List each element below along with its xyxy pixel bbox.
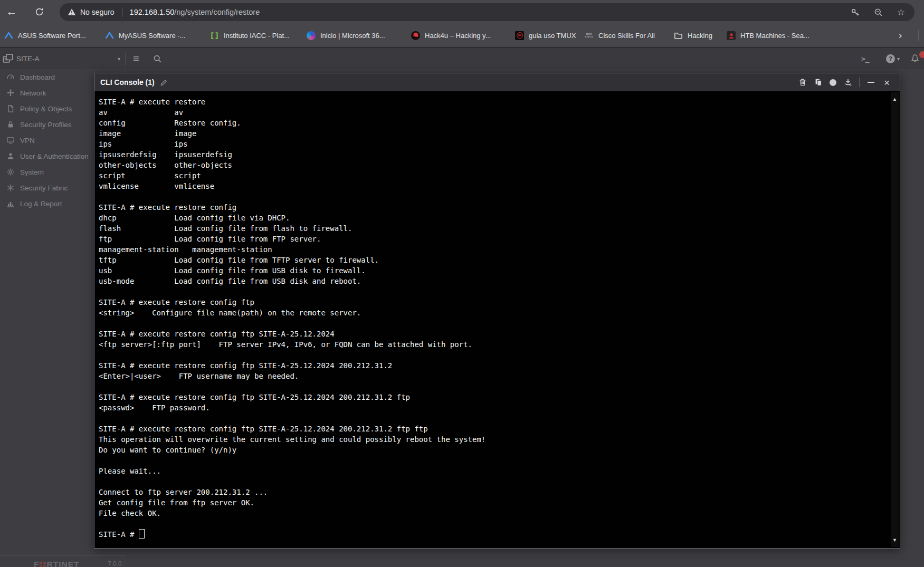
- panes-icon: [3, 53, 13, 64]
- bookmark-htb-machines[interactable]: HTB Machines - Sea...: [727, 24, 809, 47]
- edit-pencil-icon[interactable]: [160, 79, 168, 87]
- password-key-icon[interactable]: [851, 8, 860, 17]
- collapse-menu-button[interactable]: ≡: [133, 48, 139, 69]
- hamburger-icon: ≡: [133, 53, 139, 65]
- not-secure-warning-icon: [68, 8, 76, 16]
- back-button[interactable]: ←: [3, 3, 20, 20]
- sidebar-footer-divider: [0, 555, 125, 556]
- close-button[interactable]: ×: [882, 78, 891, 87]
- chevron-down-icon: ▾: [897, 56, 900, 62]
- tmux-guide-icon: NK: [515, 31, 524, 40]
- fabric-icon: [6, 184, 15, 192]
- search-button[interactable]: [153, 48, 162, 69]
- console-title: CLI Console (1): [100, 78, 155, 87]
- firmware-version: 7.0.0: [108, 560, 122, 567]
- bookmark-asus-portal[interactable]: ASUS Software Port...: [4, 24, 86, 47]
- help-icon: ?: [886, 54, 895, 63]
- favorite-star-icon[interactable]: ☆: [897, 7, 905, 18]
- lock-icon: [6, 120, 15, 129]
- notification-badge: [919, 51, 924, 58]
- microsoft365-icon: [307, 31, 316, 40]
- scroll-up-arrow[interactable]: ▲: [891, 97, 899, 102]
- cli-console-button[interactable]: >_: [861, 48, 870, 69]
- bookmarks-overflow-chevron[interactable]: ›: [899, 24, 902, 47]
- browser-toolbar: ← No seguro 192.168.1.50 /ng/system/conf…: [0, 0, 924, 24]
- scroll-down-arrow[interactable]: ▼: [891, 537, 899, 543]
- record-button[interactable]: [830, 79, 836, 86]
- trash-icon: [798, 78, 807, 87]
- help-button[interactable]: ? ▾: [886, 48, 900, 69]
- bookmark-label: Inicio | Microsoft 36...: [320, 32, 385, 40]
- document-icon: [6, 104, 15, 113]
- hostname-caret[interactable]: ▾: [116, 48, 120, 69]
- reload-button[interactable]: [31, 3, 47, 20]
- device-menu[interactable]: SITE-A: [3, 48, 40, 69]
- copy-button[interactable]: [814, 78, 823, 87]
- folder-icon: [674, 31, 683, 40]
- bookmark-hack4u[interactable]: Hack4u – Hacking y...: [411, 24, 491, 47]
- bookmark-label: Hacking: [688, 32, 712, 40]
- bookmark-label: MyASUS Software -...: [119, 32, 185, 40]
- url-separator: [122, 7, 122, 17]
- copy-icon: [814, 78, 823, 87]
- clear-console-button[interactable]: [798, 78, 807, 87]
- url-bar[interactable]: No seguro 192.168.1.50 /ng/system/config…: [60, 3, 915, 21]
- screen: ← No seguro 192.168.1.50 /ng/system/conf…: [0, 0, 924, 567]
- htb-avatar-icon: [727, 31, 736, 40]
- zoom-out-icon[interactable]: [874, 8, 883, 17]
- bookmark-label: Hack4u – Hacking y...: [425, 32, 491, 40]
- url-host[interactable]: 192.168.1.50: [130, 8, 175, 16]
- bell-icon: [910, 54, 920, 63]
- bookmark-microsoft365[interactable]: Inicio | Microsoft 36...: [307, 24, 385, 47]
- fortinet-logo: FRTINET: [34, 560, 79, 567]
- cli-console-icon: >_: [861, 55, 870, 63]
- console-titlebar[interactable]: CLI Console (1): [94, 73, 900, 91]
- bar-chart-icon: [6, 199, 15, 208]
- download-log-button[interactable]: [843, 78, 852, 87]
- bookmark-cisco-skills[interactable]: ılıılı cisco Cisco Skills For All: [585, 24, 655, 47]
- chevron-down-icon: ▾: [118, 56, 120, 62]
- bookmark-label: guia uso TMUX: [529, 32, 576, 40]
- iacc-brackets-icon: [210, 31, 219, 40]
- bookmark-myasus[interactable]: MyASUS Software -...: [105, 24, 185, 47]
- titlebar-separator: [859, 78, 860, 87]
- search-icon: [153, 54, 162, 63]
- bookmarks-bar: ASUS Software Port... MyASUS Software -.…: [0, 24, 924, 47]
- minimize-button[interactable]: [866, 78, 875, 87]
- minimize-icon: [868, 82, 874, 83]
- bookmark-folder-hacking[interactable]: Hacking: [674, 24, 712, 47]
- fortigate-navbar: SITE-A ▾ ≡ >_ ? ▾: [0, 47, 924, 69]
- cli-console-window: CLI Console (1): [94, 73, 900, 549]
- bookmark-iacc[interactable]: Instituto IACC - Plat...: [210, 24, 290, 47]
- terminal-text: SITE-A # execute restore av av config Re…: [94, 91, 900, 540]
- cisco-icon: ılıılı cisco: [585, 31, 594, 40]
- bookmark-tmux-guide[interactable]: NK guia uso TMUX: [515, 24, 576, 47]
- back-icon: ←: [6, 5, 17, 18]
- gauge-icon: [6, 73, 15, 81]
- asus-icon: [105, 31, 114, 40]
- user-icon: [6, 152, 15, 160]
- hack4u-hood-icon: [411, 31, 420, 40]
- move-arrows-icon: [6, 89, 15, 97]
- navbar-separator: [125, 52, 126, 65]
- notifications-button[interactable]: [910, 48, 920, 69]
- hostname-label: SITE-A: [16, 55, 40, 63]
- bookmark-label: Instituto IACC - Plat...: [224, 32, 290, 40]
- monitor-icon: [6, 136, 15, 145]
- gear-icon: [6, 168, 15, 176]
- url-path[interactable]: /ng/system/config/restore: [174, 8, 260, 16]
- fortinet-grid-glyph: [40, 562, 46, 567]
- bookmark-label: HTB Machines - Sea...: [740, 32, 809, 40]
- bookmark-label: ASUS Software Port...: [18, 32, 86, 40]
- download-icon: [844, 78, 852, 87]
- terminal-cursor: [139, 529, 145, 539]
- terminal-output[interactable]: SITE-A # execute restore av av config Re…: [94, 91, 900, 548]
- terminal-scrollbar[interactable]: ▲ ▼: [891, 92, 899, 547]
- asus-icon: [4, 31, 13, 40]
- reload-icon: [35, 7, 44, 16]
- bookmark-label: Cisco Skills For All: [598, 32, 655, 40]
- bookmarks-separator: [918, 30, 919, 41]
- security-label[interactable]: No seguro: [80, 8, 115, 16]
